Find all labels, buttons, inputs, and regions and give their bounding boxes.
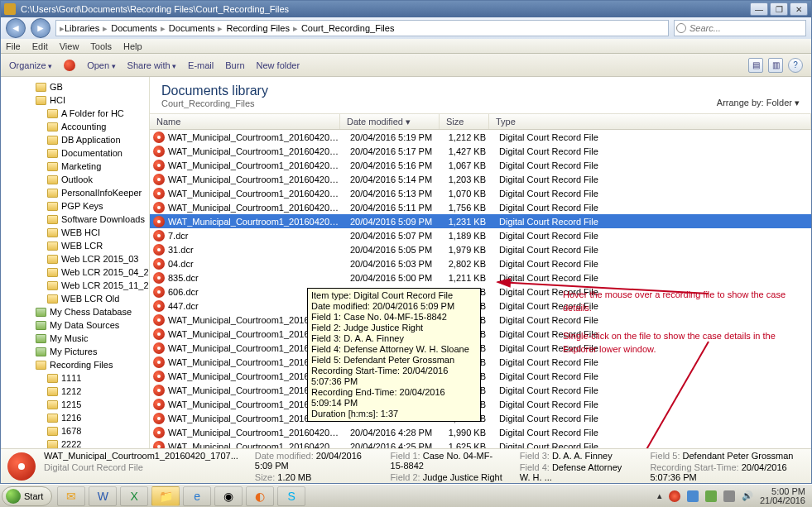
tree-item[interactable]: WEB HCI — [1, 226, 149, 239]
search-input[interactable] — [675, 21, 805, 36]
word-icon[interactable]: W — [89, 486, 117, 506]
tree-item[interactable]: My Music — [1, 332, 149, 345]
tree-item[interactable]: DB Application — [1, 133, 149, 146]
organize-button[interactable]: Organize — [9, 60, 52, 70]
tree-item[interactable]: 1215 — [1, 398, 149, 411]
column-headers[interactable]: Name Date modified ▾ Size Type — [150, 113, 811, 130]
tree-item[interactable]: 2222 — [1, 438, 149, 448]
tree-item[interactable]: My Data Sources — [1, 318, 149, 332]
tray-icon[interactable] — [669, 490, 680, 502]
menu-view[interactable]: View — [60, 41, 79, 51]
tree-item[interactable]: Marketing — [1, 160, 149, 173]
tree-item[interactable]: GB — [1, 80, 149, 93]
help-button[interactable]: ? — [788, 58, 803, 73]
arrange-by[interactable]: Arrange by: Folder ▾ — [717, 98, 800, 108]
titlebar[interactable]: C:\Users\Gord\Documents\Recording Files\… — [1, 1, 811, 17]
minimize-button[interactable]: — — [750, 2, 768, 16]
file-row[interactable]: 835.dcr20/04/2016 5:00 PM1,211 KBDigital… — [150, 270, 811, 285]
file-row[interactable]: WAT_Municipal_Courtroom1_20160420_171608… — [150, 144, 811, 158]
tree-item[interactable]: 1678 — [1, 424, 149, 438]
chrome-icon[interactable]: ◉ — [214, 486, 243, 506]
col-size[interactable]: Size — [440, 114, 489, 129]
tree-item[interactable]: My Pictures — [1, 345, 149, 358]
tree-item[interactable]: Web LCR 2015_03 — [1, 252, 149, 265]
system-tray[interactable]: ▴ 🔊 5:00 PM 21/04/2016 — [657, 487, 812, 505]
tree-item[interactable]: My Chess Database — [1, 305, 149, 318]
preview-button[interactable]: ▥ — [768, 58, 783, 73]
tray-icon[interactable] — [705, 490, 717, 502]
email-button[interactable]: E-mail — [188, 60, 214, 70]
clock[interactable]: 5:00 PM 21/04/2016 — [760, 487, 805, 505]
tree-item[interactable]: Accounting — [1, 120, 149, 133]
tree-item[interactable]: PersonalInfoKeeper — [1, 186, 149, 199]
tree-item[interactable]: Web LCR 2015_11_26 — [1, 279, 149, 292]
back-button[interactable]: ◄ — [6, 18, 26, 38]
file-row[interactable]: WAT_Municipal_Courtroom1_20160420_171756… — [150, 130, 811, 144]
breadcrumb-item[interactable]: Court_Recording_Files — [301, 23, 395, 33]
file-row[interactable]: WAT_Municipal_Courtroom1_20160420_162519… — [150, 425, 811, 439]
col-type[interactable]: Type — [489, 114, 811, 129]
file-row[interactable]: WAT_Municipal_Courtroom1_20160420_170736… — [150, 214, 811, 228]
outlook-icon[interactable]: ✉ — [57, 486, 85, 506]
tree-item[interactable]: WEB LCR Old — [1, 292, 149, 305]
breadcrumbs[interactable]: ▸ Libraries▸Documents▸Documents▸Recordin… — [55, 20, 669, 36]
file-row[interactable]: WAT_Municipal_Courtroom1_20160420_170914… — [150, 200, 811, 214]
newfolder-button[interactable]: New folder — [257, 60, 300, 70]
start-button[interactable]: Start — [2, 486, 52, 506]
breadcrumb-item[interactable]: Libraries — [65, 23, 99, 33]
tree-item[interactable]: Web LCR 2015_04_22 — [1, 265, 149, 279]
nav-tree[interactable]: GBHCIA Folder for HCAccountingDB Applica… — [1, 77, 150, 448]
file-row[interactable]: 31.dcr20/04/2016 5:05 PM1,979 KBDigital … — [150, 242, 811, 256]
tree-item[interactable]: Outlook — [1, 173, 149, 186]
tree-item[interactable]: PGP Keys — [1, 199, 149, 213]
menu-tools[interactable]: Tools — [90, 41, 112, 51]
dcr-icon — [153, 160, 165, 171]
breadcrumb-item[interactable]: Documents — [111, 23, 157, 33]
tray-up-icon[interactable]: ▴ — [657, 490, 662, 501]
dcr-icon — [153, 328, 165, 340]
tree-item[interactable]: Recording Files — [1, 358, 149, 371]
file-row[interactable]: WAT_Municipal_Courtroom1_20160420_171440… — [150, 158, 811, 172]
firefox-icon[interactable]: ◐ — [246, 486, 274, 506]
close-button[interactable]: ✕ — [790, 2, 808, 16]
file-row[interactable]: WAT_Municipal_Courtroom1_20160420_171154… — [150, 186, 811, 200]
search-box[interactable] — [674, 20, 806, 36]
tree-item[interactable]: 1212 — [1, 385, 149, 398]
menu-file[interactable]: File — [6, 41, 21, 51]
file-row[interactable]: 7.dcr20/04/2016 5:07 PM1,189 KBDigital C… — [150, 228, 811, 242]
ie-icon[interactable]: e — [183, 486, 211, 506]
tray-icon[interactable] — [723, 490, 735, 502]
file-row[interactable]: 04.dcr20/04/2016 5:03 PM2,802 KBDigital … — [150, 256, 811, 270]
tree-item[interactable]: Documentation — [1, 146, 149, 160]
col-date[interactable]: Date modified ▾ — [340, 114, 440, 129]
dcr-icon — [153, 230, 165, 242]
forward-button[interactable]: ► — [31, 18, 50, 38]
volume-icon[interactable]: 🔊 — [742, 490, 753, 501]
menu-help[interactable]: Help — [123, 41, 142, 51]
view-button[interactable]: ▤ — [748, 58, 763, 73]
tree-item[interactable]: A Folder for HC — [1, 107, 149, 120]
breadcrumb-item[interactable]: Documents — [169, 23, 215, 33]
file-row[interactable]: WAT_Municipal_Courtroom1_20160420_171312… — [150, 172, 811, 186]
file-row[interactable]: WAT_Municipal_Courtroom1_20160420_162255… — [150, 439, 811, 448]
excel-icon[interactable]: X — [120, 486, 148, 506]
col-name[interactable]: Name — [150, 114, 340, 129]
maximize-button[interactable]: ❐ — [770, 2, 788, 16]
open-button[interactable]: Open — [87, 60, 115, 70]
burn-button[interactable]: Burn — [225, 60, 244, 70]
tree-item[interactable]: Software Downloads — [1, 213, 149, 226]
folder-icon — [47, 294, 58, 304]
tree-item[interactable]: 1216 — [1, 411, 149, 424]
skype-icon[interactable]: S — [277, 486, 305, 506]
menu-edit[interactable]: Edit — [32, 41, 48, 51]
body: GBHCIA Folder for HCAccountingDB Applica… — [1, 77, 811, 448]
taskbar[interactable]: Start ✉ W X 📁 e ◉ ◐ S ▴ 🔊 5:00 PM 21/04/… — [0, 484, 812, 507]
tree-item[interactable]: 1111 — [1, 371, 149, 385]
share-button[interactable]: Share with — [127, 60, 177, 70]
explorer-icon[interactable]: 📁 — [151, 486, 180, 506]
breadcrumb-item[interactable]: Recording Files — [226, 23, 289, 33]
tray-icon[interactable] — [687, 490, 699, 502]
details-type: Digital Court Record File — [44, 462, 238, 472]
tree-item[interactable]: WEB LCR — [1, 239, 149, 252]
tree-item[interactable]: HCI — [1, 93, 149, 107]
